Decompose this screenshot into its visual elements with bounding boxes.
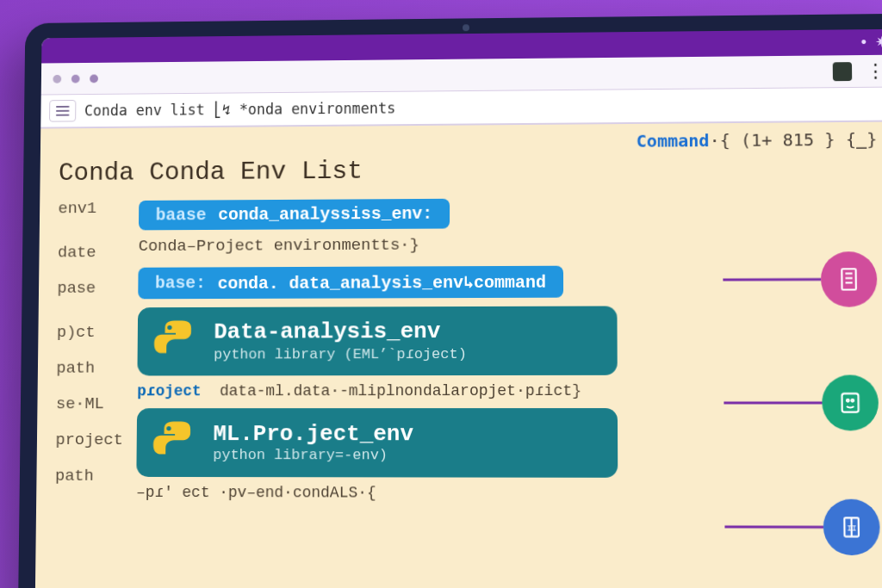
camera-dot — [463, 24, 469, 31]
callout-book-icon[interactable]: II — [823, 499, 880, 556]
python-logo-icon — [150, 417, 200, 467]
titlebar-star-icon: ✷ — [875, 33, 882, 52]
side-label: project — [55, 432, 136, 449]
svg-rect-4 — [842, 393, 858, 412]
content-area: Command·{ (1+ 815 } {⎯} Conda Conda Env … — [34, 121, 882, 588]
callout-face-icon[interactable] — [822, 374, 879, 430]
side-label: pase — [57, 280, 138, 297]
window-control-icon[interactable] — [90, 74, 98, 83]
hamburger-icon[interactable] — [49, 100, 76, 122]
inter-line: pɾoject data-ml.data·-mliplnondalaropjet… — [137, 381, 882, 400]
window-control-icon[interactable] — [71, 74, 80, 83]
main-column: baase conda_analyssiss_env: Conda–Projec… — [136, 196, 882, 503]
url-text[interactable]: Conda env list ⎣↯ *onda environments — [84, 100, 395, 120]
window-control-icon[interactable] — [53, 74, 61, 83]
menu-dots-icon[interactable]: ⋮ — [862, 59, 882, 82]
side-label: p)ct — [57, 325, 138, 342]
card-title: Data-analysis_env — [214, 318, 467, 344]
card-subtitle: python library (EML’`pɾoject) — [214, 344, 467, 362]
card-title: ML.Pro.ject_env — [213, 421, 413, 447]
pill-label: baase — [156, 205, 207, 225]
card-subtitle: python library=-env) — [213, 447, 413, 463]
command-badge: Command·{ (1+ 815 } {⎯} — [637, 129, 878, 152]
side-label: se·ML — [56, 396, 137, 413]
side-label: path — [56, 360, 137, 377]
side-label: path — [55, 467, 137, 485]
callout-column: II — [821, 251, 880, 555]
pill-value: conda. data_analysis_env↳command — [218, 271, 547, 294]
laptop-frame: • ✷ ⋮ Conda env list ⎣↯ *onda environmen… — [18, 14, 882, 588]
env-card-data-analysis[interactable]: Data-analysis_env python library (EML’`p… — [137, 306, 617, 375]
env-pill-base[interactable]: baase conda_analyssiss_env: — [139, 199, 450, 231]
callout-doc-icon[interactable] — [821, 251, 878, 307]
side-label: env1 — [58, 201, 139, 218]
python-logo-icon — [151, 316, 200, 366]
svg-text:II: II — [847, 523, 857, 533]
command-word: Command — [637, 130, 710, 152]
pill-value: conda_analyssiss_env: — [218, 204, 432, 225]
extension-icon[interactable] — [833, 62, 853, 81]
side-label: date — [58, 244, 139, 262]
env-pill-base2[interactable]: base: conda. data_analysis_env↳command — [138, 266, 563, 300]
svg-point-5 — [847, 399, 849, 402]
env-card-ml-project[interactable]: ML.Pro.ject_env python library=-env) — [136, 408, 618, 478]
footer-line: –pɾ' ect ·pv–end·condALS·{ — [136, 482, 882, 503]
command-extra: ·{ (1+ 815 } {⎯} — [709, 129, 877, 151]
side-labels: env1 date pase p)ct path se·ML project p… — [55, 201, 140, 512]
svg-rect-0 — [842, 269, 856, 289]
page-title: Conda Conda Env List — [59, 153, 882, 188]
pill-label: base: — [155, 273, 206, 293]
svg-point-6 — [851, 399, 854, 402]
caption-line: Conda–Project environmentts·} — [139, 233, 882, 256]
app-window: • ✷ ⋮ Conda env list ⎣↯ *onda environmen… — [34, 29, 882, 588]
titlebar-dot-icon: • — [860, 34, 866, 52]
